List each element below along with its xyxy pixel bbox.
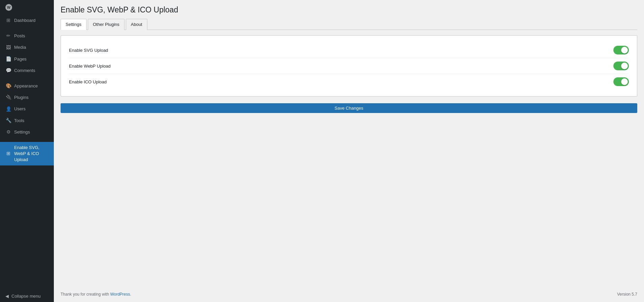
footer-suffix: . (130, 292, 131, 297)
sidebar-item-users[interactable]: 👤 Users (0, 103, 54, 115)
sidebar-logo[interactable]: W (0, 0, 54, 15)
tools-icon: 🔧 (5, 118, 11, 124)
sidebar-item-settings[interactable]: ⚙ Settings (0, 126, 54, 138)
wordpress-link[interactable]: WordPress (110, 292, 130, 297)
sidebar-appearance-label: Appearance (14, 83, 48, 89)
collapse-menu-button[interactable]: ◀ Collapse menu (0, 290, 54, 302)
svg-toggle-thumb (621, 47, 628, 53)
dashboard-icon: ⊞ (5, 17, 11, 24)
svg-upload-icon: ⊞ (5, 151, 11, 157)
users-icon: 👤 (5, 106, 11, 112)
settings-panel: Enable SVG Upload Enable WebP Upload Ena… (61, 35, 637, 97)
ico-setting-label: Enable ICO Upload (69, 79, 107, 84)
svg-toggle[interactable] (613, 46, 629, 54)
tab-settings[interactable]: Settings (61, 19, 86, 30)
sidebar-users-label: Users (14, 106, 48, 112)
svg-setting-label: Enable SVG Upload (69, 48, 108, 53)
tab-bar: Settings Other Plugins About (61, 18, 637, 30)
pages-icon: 📄 (5, 56, 11, 62)
sidebar-svg-upload-label: Enable SVG, WebP & ICO Upload (14, 145, 48, 163)
appearance-icon: 🎨 (5, 83, 11, 89)
sidebar-item-pages[interactable]: 📄 Pages (0, 53, 54, 65)
sidebar-item-media[interactable]: 🖼 Media (0, 42, 54, 53)
sidebar-pages-label: Pages (14, 56, 48, 62)
svg-setting-row: Enable SVG Upload (69, 42, 629, 58)
sidebar-tools-label: Tools (14, 118, 48, 124)
webp-setting-row: Enable WebP Upload (69, 58, 629, 74)
sidebar-dashboard-label: Dashboard (14, 17, 48, 24)
footer-text: Thank you for creating with (61, 292, 110, 297)
settings-icon: ⚙ (5, 129, 11, 135)
webp-toggle-thumb (621, 63, 628, 69)
sidebar: W ⊞ Dashboard ✏ Posts 🖼 Media 📄 Pages 💬 … (0, 0, 54, 302)
sidebar-item-comments[interactable]: 💬 Comments (0, 65, 54, 76)
sidebar-item-appearance[interactable]: 🎨 Appearance (0, 80, 54, 92)
main-content: Enable SVG, WebP & ICO Upload Settings O… (54, 0, 644, 302)
sidebar-item-posts[interactable]: ✏ Posts (0, 30, 54, 42)
save-changes-button[interactable]: Save Changes (61, 103, 637, 113)
ico-setting-row: Enable ICO Upload (69, 74, 629, 89)
page-title: Enable SVG, WebP & ICO Upload (61, 5, 637, 14)
comments-icon: 💬 (5, 68, 11, 74)
plugins-icon: 🔌 (5, 95, 11, 101)
sidebar-item-dashboard[interactable]: ⊞ Dashboard (0, 15, 54, 26)
tab-other-plugins[interactable]: Other Plugins (88, 19, 124, 30)
sidebar-plugins-label: Plugins (14, 95, 48, 101)
wp-logo-icon: W (5, 4, 12, 11)
collapse-label: Collapse menu (11, 294, 41, 299)
sidebar-posts-label: Posts (14, 33, 48, 39)
sidebar-settings-label: Settings (14, 129, 48, 135)
tab-about[interactable]: About (126, 19, 147, 30)
sidebar-item-plugins[interactable]: 🔌 Plugins (0, 92, 54, 103)
sidebar-media-label: Media (14, 44, 48, 50)
ico-toggle[interactable] (613, 77, 629, 86)
footer: Thank you for creating with WordPress. (61, 285, 637, 297)
sidebar-item-svg-upload[interactable]: ⊞ Enable SVG, WebP & ICO Upload (0, 142, 54, 166)
media-icon: 🖼 (5, 44, 11, 50)
posts-icon: ✏ (5, 33, 11, 39)
sidebar-comments-label: Comments (14, 68, 48, 74)
collapse-icon: ◀ (5, 294, 9, 299)
ico-toggle-thumb (621, 78, 628, 85)
sidebar-item-tools[interactable]: 🔧 Tools (0, 115, 54, 126)
webp-toggle[interactable] (613, 62, 629, 70)
webp-setting-label: Enable WebP Upload (69, 64, 111, 69)
version-label: Version 5.7 (617, 292, 637, 297)
